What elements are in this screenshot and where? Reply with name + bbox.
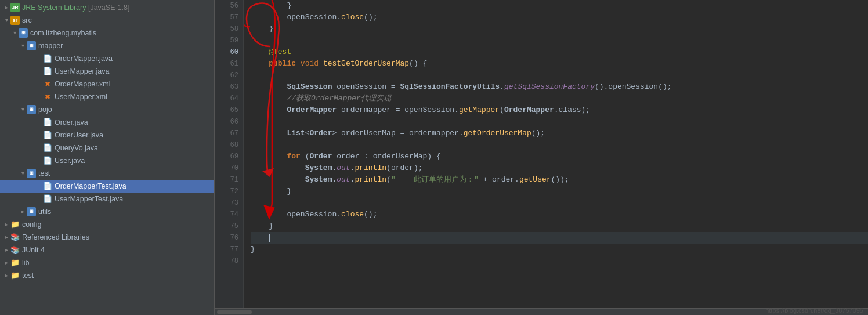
code-line-74: openSession.close();	[251, 209, 868, 220]
icon-src: sr	[10, 16, 20, 25]
tree-item-test-pkg[interactable]: ⊞ test	[0, 167, 214, 180]
arrow-config	[2, 219, 10, 230]
code-line-68	[251, 139, 868, 151]
tree-item-user-java[interactable]: 📄 User.java	[0, 154, 214, 167]
label-pojo: pojo	[38, 104, 52, 115]
tree-item-utils[interactable]: ⊞ utils	[0, 205, 214, 218]
ln-68: 68	[215, 139, 238, 151]
tree-item-lib[interactable]: 📁 lib	[0, 256, 214, 269]
tree-item-usermapper-xml[interactable]: ✖ UserMapper.xml	[0, 90, 214, 103]
ln-67: 67	[215, 128, 238, 139]
tree-item-ordermappertest-java[interactable]: 📄 OrderMapperTest.java	[0, 180, 214, 193]
ln-63: 63	[215, 81, 238, 93]
arrow-reflibs	[2, 231, 10, 243]
file-tree[interactable]: JR JRE System Library [JavaSE-1.8] sr sr…	[0, 0, 215, 315]
code-line-78	[251, 255, 868, 267]
label-usermapper-xml: UserMapper.xml	[55, 91, 107, 103]
watermark: https://blog.csdn.net/qq_38757095	[765, 307, 863, 314]
code-content[interactable]: } openSession.close(); } @Test public vo…	[244, 0, 868, 308]
icon-lib: 📁	[10, 258, 20, 267]
code-line-56: }	[251, 0, 868, 12]
ln-78: 78	[215, 255, 238, 267]
tree-item-jre[interactable]: JR JRE System Library [JavaSE-1.8]	[0, 1, 214, 14]
code-line-65: OrderMapper ordermapper = openSession.ge…	[251, 104, 868, 116]
icon-usermappertest-java: 📄	[43, 194, 52, 204]
icon-user-java: 📄	[43, 156, 52, 165]
icon-order-java: 📄	[43, 118, 52, 127]
label-orderuser-java: OrderUser.java	[55, 129, 103, 141]
label-queryvo-java: QueryVo.java	[55, 142, 98, 154]
tree-item-usermappertest-java[interactable]: 📄 UserMapperTest.java	[0, 193, 214, 205]
ln-59: 59	[215, 35, 238, 46]
label-config: config	[22, 219, 41, 230]
ln-74: 74	[215, 209, 238, 220]
tree-item-test-root[interactable]: 📁 test	[0, 269, 214, 282]
code-line-62	[251, 70, 868, 81]
icon-test-pkg: ⊞	[27, 169, 36, 178]
ln-75: 75	[215, 220, 238, 232]
icon-pojo: ⊞	[27, 105, 36, 114]
label-ordermapper-java: OrderMapper.java	[55, 53, 113, 64]
ln-71: 71	[215, 174, 238, 186]
ln-69: 69	[215, 151, 238, 162]
tree-item-reflibs[interactable]: 📚 Referenced Libraries	[0, 231, 214, 244]
icon-ordermappertest-java: 📄	[43, 182, 52, 191]
code-editor: 56 57 58 59 60 61 62 63 64 65 66 67 68 6…	[215, 0, 868, 315]
ln-73: 73	[215, 197, 238, 209]
arrow-com	[10, 27, 19, 39]
arrow-utils	[19, 206, 27, 218]
label-junit4: JUnit 4	[22, 244, 45, 256]
tree-item-orderuser-java[interactable]: 📄 OrderUser.java	[0, 129, 214, 142]
tree-item-usermapper-java[interactable]: 📄 UserMapper.java	[0, 65, 214, 78]
tree-item-ordermapper-xml[interactable]: ✖ OrderMapper.xml	[0, 78, 214, 90]
arrow-mapper	[19, 40, 27, 52]
tree-item-junit4[interactable]: 📚 JUnit 4	[0, 244, 214, 256]
arrow-jre	[2, 2, 10, 13]
ln-72: 72	[215, 186, 238, 197]
label-utils: utils	[38, 206, 51, 218]
icon-test-root: 📁	[10, 271, 20, 280]
code-line-72: }	[251, 186, 868, 197]
ln-60: 60	[215, 46, 238, 58]
icon-junit4: 📚	[10, 245, 20, 255]
label-com: com.itzheng.mybatis	[30, 27, 96, 39]
code-line-76	[251, 232, 868, 244]
label-usermapper-java: UserMapper.java	[55, 66, 110, 77]
icon-usermapper-xml: ✖	[43, 92, 52, 102]
arrow-test-root	[2, 270, 10, 281]
code-line-64: //获取OrderMapper代理实现	[251, 93, 868, 104]
tree-item-com[interactable]: ⊞ com.itzheng.mybatis	[0, 27, 214, 39]
icon-jre: JR	[10, 3, 20, 12]
code-line-73	[251, 197, 868, 209]
ln-76: 76	[215, 232, 238, 244]
ln-66: 66	[215, 116, 238, 128]
ln-64: 64	[215, 93, 238, 104]
label-test-pkg: test	[38, 168, 50, 179]
arrow-test-pkg	[19, 168, 27, 179]
line-numbers: 56 57 58 59 60 61 62 63 64 65 66 67 68 6…	[215, 0, 244, 308]
code-line-57: openSession.close();	[251, 12, 868, 23]
tree-item-queryvo-java[interactable]: 📄 QueryVo.java	[0, 142, 214, 154]
code-line-61: public void testGetOrderUserMap() {	[251, 58, 868, 70]
scrollbar-thumb[interactable]	[217, 310, 252, 314]
tree-item-config[interactable]: 📁 config	[0, 218, 214, 231]
icon-queryvo-java: 📄	[43, 143, 52, 153]
code-line-66	[251, 116, 868, 128]
tree-item-order-java[interactable]: 📄 Order.java	[0, 116, 214, 129]
tree-item-pojo[interactable]: ⊞ pojo	[0, 103, 214, 116]
label-lib: lib	[22, 257, 30, 269]
tree-item-ordermapper-java[interactable]: 📄 OrderMapper.java	[0, 52, 214, 65]
arrow-lib	[2, 257, 10, 269]
code-area[interactable]: 56 57 58 59 60 61 62 63 64 65 66 67 68 6…	[215, 0, 868, 308]
code-line-77: }	[251, 244, 868, 255]
ln-62: 62	[215, 70, 238, 81]
label-jre: JRE System Library [JavaSE-1.8]	[22, 2, 130, 13]
icon-mapper: ⊞	[27, 41, 36, 50]
icon-ordermapper-xml: ✖	[43, 79, 52, 89]
code-line-69: for (Order order : orderUserMap) {	[251, 151, 868, 162]
tree-item-src[interactable]: sr src	[0, 14, 214, 27]
label-ordermappertest-java: OrderMapperTest.java	[55, 180, 126, 192]
ln-77: 77	[215, 244, 238, 255]
ln-65: 65	[215, 104, 238, 116]
tree-item-mapper[interactable]: ⊞ mapper	[0, 39, 214, 52]
